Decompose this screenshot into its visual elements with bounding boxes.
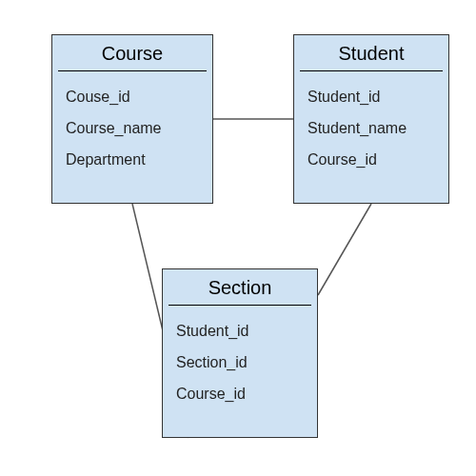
er-diagram-canvas: Course Couse_id Course_name Department S… [0, 0, 476, 476]
entity-section-attrs: Student_id Section_id Course_id [163, 306, 317, 420]
entity-attr: Course_name [66, 112, 212, 144]
entity-attr: Student_id [307, 81, 448, 112]
entity-attr: Course_id [307, 144, 448, 175]
entity-attr: Section_id [176, 347, 317, 378]
entity-student: Student Student_id Student_name Course_i… [293, 34, 449, 204]
entity-section: Section Student_id Section_id Course_id [162, 268, 318, 438]
entity-course-title: Course [58, 35, 207, 71]
entity-attr: Department [66, 144, 212, 175]
connector-student-section [318, 204, 371, 295]
entity-attr: Course_id [176, 378, 317, 409]
entity-attr: Couse_id [66, 81, 212, 112]
entity-attr: Student_name [307, 112, 448, 144]
entity-section-title: Section [169, 269, 311, 306]
entity-student-attrs: Student_id Student_name Course_id [294, 71, 448, 186]
entity-course: Course Couse_id Course_name Department [51, 34, 213, 204]
entity-course-attrs: Couse_id Course_name Department [52, 71, 212, 186]
entity-attr: Student_id [176, 315, 317, 347]
entity-student-title: Student [300, 35, 443, 71]
